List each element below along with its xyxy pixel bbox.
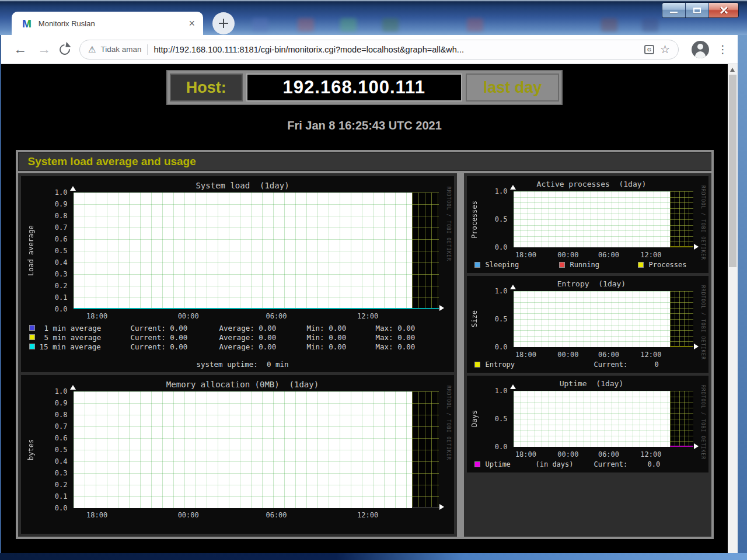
legend-average: Average: 0.00 <box>219 343 277 351</box>
graph-title: Entropy (1day) <box>514 279 670 288</box>
legend-min: Min: 0.00 <box>307 324 347 332</box>
period-selector[interactable]: last day <box>466 74 560 102</box>
legend-current: Current: 0.00 <box>131 343 188 351</box>
tick: 0.8 <box>55 212 68 219</box>
window-border <box>738 35 747 560</box>
active-processes-graph[interactable]: Active processes (1day) Processes 1.0 0.… <box>467 176 708 273</box>
tab-close-button[interactable]: × <box>187 18 196 29</box>
browser-tab[interactable]: M Monitorix Ruslan × <box>12 12 203 35</box>
plot-extension <box>670 191 693 247</box>
browser-window: M Monitorix Ruslan × ← → ⚠ Tidak aman ht… <box>0 0 747 560</box>
rrdtool-watermark: RRDTOOL / TOBI OETIKER <box>700 385 706 460</box>
close-button[interactable] <box>709 3 738 18</box>
right-graph-column: Active processes (1day) Processes 1.0 0.… <box>464 173 711 537</box>
forward-button[interactable]: → <box>37 43 51 56</box>
tick: 0.1 <box>55 294 68 301</box>
legend-label: Running <box>570 261 600 269</box>
host-header: Host: 192.168.100.111 last day <box>166 70 563 105</box>
legend-row: Sleeping Running Processes <box>467 261 708 270</box>
legend-row: 5 min average Current: 0.00 Average: 0.0… <box>21 334 454 342</box>
tick: 06:00 <box>598 451 619 458</box>
legend-swatch <box>474 262 480 268</box>
tabstrip-ghost-icon <box>382 18 399 32</box>
uptime-footer: system uptime: 0 min <box>74 360 412 369</box>
tabstrip-ghost-icon <box>252 18 268 32</box>
x-axis-ticks: 18:00 00:00 06:00 12:00 <box>514 451 670 459</box>
graph-title: Uptime (1day) <box>514 379 670 388</box>
tick: 0.5 <box>55 446 68 453</box>
legend-label: 1 min average <box>44 324 102 332</box>
profile-avatar[interactable] <box>692 41 709 58</box>
tabstrip-ghost-icon <box>642 18 658 32</box>
x-axis-arrow-icon <box>439 305 444 311</box>
minimize-button[interactable] <box>662 3 686 18</box>
timestamp: Fri Jan 8 16:25:43 UTC 2021 <box>1 119 728 132</box>
back-button[interactable]: ← <box>13 43 27 56</box>
security-label: Tidak aman <box>100 45 141 54</box>
graph-ylabel: Days <box>470 391 479 447</box>
legend-swatch <box>559 262 565 268</box>
tick: 1.0 <box>495 387 508 394</box>
window-border <box>0 553 747 560</box>
x-axis-arrow-icon <box>694 443 699 449</box>
window-titlebar: M Monitorix Ruslan × <box>0 0 747 35</box>
maximize-button[interactable] <box>686 3 709 18</box>
not-secure-warning-icon: ⚠ <box>88 44 96 55</box>
legend-current-value: 0.0 <box>648 461 661 468</box>
rrdtool-watermark: RRDTOOL / TOBI OETIKER <box>700 186 706 260</box>
tick: 0.6 <box>55 435 68 442</box>
monitorix-favicon-icon: M <box>22 18 32 29</box>
tick: 0.0 <box>495 344 508 351</box>
legend-current-label: Current: <box>594 361 628 369</box>
legend-max: Max: 0.00 <box>376 324 416 332</box>
monitorix-page: Host: 192.168.100.111 last day Fri Jan 8… <box>1 64 728 553</box>
bookmark-star-icon[interactable]: ☆ <box>660 43 670 56</box>
new-tab-button[interactable] <box>212 12 235 34</box>
tick: 12:00 <box>640 451 661 458</box>
tick: 00:00 <box>178 512 199 519</box>
legend-label: Entropy <box>486 361 515 369</box>
tick: 1.0 <box>495 188 508 195</box>
tick: 0.1 <box>55 493 68 500</box>
graph-ylabel: Processes <box>470 191 479 247</box>
reload-button[interactable] <box>60 44 70 55</box>
legend-swatch <box>29 344 35 349</box>
scroll-up-arrow-icon[interactable] <box>730 68 735 72</box>
y-axis-arrow-icon <box>70 186 76 191</box>
entropy-graph[interactable]: Entropy (1day) Size 1.0 0.5 0.0 <box>467 276 708 373</box>
graph-ylabel: Size <box>470 291 479 347</box>
address-bar[interactable]: ⚠ Tidak aman http://192.168.100.111:8181… <box>79 40 679 60</box>
browser-body: ← → ⚠ Tidak aman http://192.168.100.111:… <box>1 35 738 553</box>
tick: 06:00 <box>266 313 287 320</box>
legend-average: Average: 0.00 <box>219 324 277 332</box>
tabstrip-ghost-icon <box>467 18 483 32</box>
browser-menu-button[interactable]: ⋮ <box>717 43 728 56</box>
tick: 18:00 <box>515 351 536 358</box>
legend-label: Processes <box>649 261 687 269</box>
tick: 0.3 <box>55 271 68 278</box>
scrollbar-thumb[interactable] <box>729 75 736 267</box>
legend-max: Max: 0.00 <box>376 334 416 342</box>
uptime-graph[interactable]: Uptime (1day) Days 1.0 0.5 0.0 <box>467 376 708 473</box>
legend-row: 1 min average Current: 0.00 Average: 0.0… <box>21 324 454 333</box>
tick: 0.0 <box>55 306 68 313</box>
tick: 0.8 <box>55 411 68 418</box>
legend-label: 15 min average <box>40 343 101 351</box>
legend-current-value: 0 <box>655 361 659 369</box>
system-load-graph[interactable]: System load (1day) Load average 1.0 0.9 … <box>21 176 454 372</box>
window-controls <box>662 2 739 18</box>
memory-allocation-graph[interactable]: Memory allocation (0MB) (1day) bytes 1.0… <box>21 375 454 534</box>
tick: 0.5 <box>495 316 508 323</box>
plot-extension <box>670 391 693 447</box>
system-load-section: System load average and usage System loa… <box>16 150 714 539</box>
tick: 12:00 <box>640 351 661 358</box>
tick: 06:00 <box>598 251 619 258</box>
translate-icon[interactable]: G <box>644 45 654 54</box>
graph-title: System load (1day) <box>74 181 412 190</box>
y-axis-arrow-icon <box>510 285 516 289</box>
legend-swatch <box>474 461 480 467</box>
tick: 0.5 <box>55 247 68 254</box>
scrollbar[interactable] <box>728 64 738 553</box>
plot-area <box>74 192 412 309</box>
tick: 18:00 <box>515 251 536 258</box>
